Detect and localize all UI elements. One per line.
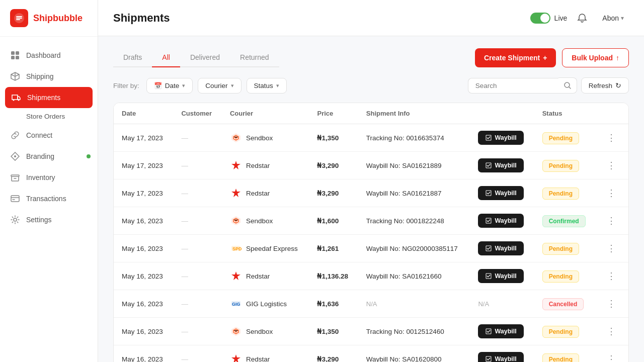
cell-status: Pending [534, 262, 596, 290]
svg-text:GIG: GIG [232, 302, 240, 307]
logo-area: Shipbubble [0, 0, 98, 37]
cell-price: ₦1,600 [309, 207, 358, 235]
courier-name: Sendbox [246, 217, 273, 225]
calendar-icon: 📅 [154, 82, 162, 89]
sidebar-item-shipments[interactable]: Shipments [5, 87, 93, 108]
more-options-button[interactable]: ⋮ [604, 296, 619, 311]
more-options-button[interactable]: ⋮ [604, 241, 619, 256]
sidebar-item-connect[interactable]: Connect [0, 125, 98, 146]
waybill-button[interactable]: Waybill [478, 324, 523, 338]
sidebar-item-inventory[interactable]: Inventory [0, 167, 98, 188]
cell-status: Pending [534, 124, 596, 152]
filter-row: Filter by: 📅 Date ▾ Courier ▾ Status ▾ [113, 77, 629, 94]
more-options-button[interactable]: ⋮ [604, 351, 619, 362]
cell-shipment-info: Waybill No: SA01621889 [358, 152, 470, 179]
branding-dot [87, 154, 91, 158]
cell-price: ₦3,290 [309, 179, 358, 207]
col-price: Price [309, 103, 358, 124]
cell-customer: — [173, 124, 221, 152]
cell-more: ⋮ [596, 262, 628, 290]
search-box: Refresh ↻ [468, 77, 629, 94]
cell-shipment-info: Tracking No: 0001822248 [358, 207, 470, 235]
sidebar-item-shipping[interactable]: Shipping [0, 66, 98, 87]
user-label: Abon [602, 14, 619, 22]
courier-filter-button[interactable]: Courier ▾ [198, 78, 241, 94]
cell-courier: Redstar [222, 345, 309, 363]
waybill-button[interactable]: Waybill [478, 241, 523, 255]
cell-courier: Sendbox [222, 318, 309, 345]
user-menu[interactable]: Abon ▾ [597, 11, 629, 25]
status-filter-button[interactable]: Status ▾ [247, 78, 287, 94]
courier-logo [230, 187, 242, 199]
create-shipment-button[interactable]: Create Shipment + [475, 48, 556, 67]
cell-date: May 17, 2023 [114, 124, 173, 152]
search-icon-button[interactable] [558, 77, 577, 94]
cell-shipment-info: Waybill No: SA01620800 [358, 345, 470, 363]
courier-logo [230, 159, 242, 171]
courier-logo: SPD [230, 242, 242, 254]
grid-icon [10, 50, 20, 60]
sidebar-item-dashboard[interactable]: Dashboard [0, 45, 98, 66]
status-badge: Pending [542, 353, 579, 363]
courier-logo [230, 215, 242, 227]
sidebar-item-transactions[interactable]: Transactions [0, 188, 98, 209]
cell-date: May 17, 2023 [114, 152, 173, 179]
waybill-button[interactable]: Waybill [478, 214, 523, 228]
courier-name: Redstar [246, 273, 270, 280]
live-toggle[interactable]: Live [530, 13, 568, 24]
waybill-button[interactable]: Waybill [478, 269, 523, 283]
cell-more: ⋮ [596, 207, 628, 235]
cell-price: ₦1,136.28 [309, 262, 358, 290]
tab-returned[interactable]: Returned [230, 48, 279, 67]
tab-delivered[interactable]: Delivered [180, 48, 230, 67]
shipment-info-text: Tracking No: 0012512460 [366, 328, 444, 335]
shipment-info-text: Tracking No: 0001822248 [366, 217, 444, 225]
courier-logo [230, 132, 242, 144]
more-options-button[interactable]: ⋮ [604, 158, 619, 173]
waybill-button[interactable]: Waybill [478, 131, 523, 145]
more-options-button[interactable]: ⋮ [604, 130, 619, 145]
cell-date: May 16, 2023 [114, 345, 173, 363]
date-filter-button[interactable]: 📅 Date ▾ [146, 78, 193, 94]
cell-price: ₦3,290 [309, 152, 358, 179]
courier-filter-label: Courier [205, 82, 227, 89]
tab-all[interactable]: All [152, 48, 180, 67]
sidebar-label-inventory: Inventory [26, 173, 55, 182]
header-right: Live Abon ▾ [530, 11, 629, 25]
notification-bell-icon[interactable] [575, 11, 589, 25]
chevron-down-icon: ▾ [621, 15, 624, 22]
live-switch[interactable] [530, 13, 550, 24]
refresh-button[interactable]: Refresh ↻ [581, 77, 629, 94]
waybill-button[interactable]: Waybill [478, 158, 523, 172]
col-status: Status [534, 103, 596, 124]
chevron-down-icon: ▾ [182, 82, 185, 89]
cell-waybill-action: Waybill [470, 235, 534, 262]
more-options-button[interactable]: ⋮ [604, 268, 619, 284]
svg-marker-13 [231, 161, 240, 169]
content-area: Drafts All Delivered Returned Create Shi… [98, 36, 644, 362]
cell-date: May 16, 2023 [114, 318, 173, 345]
table-row: May 16, 2023 — Redstar ₦3,290 Waybill No… [114, 345, 628, 363]
search-input[interactable] [468, 78, 558, 94]
tabs-actions: Create Shipment + Bulk Upload ↑ [475, 48, 629, 67]
cell-price: ₦1,350 [309, 318, 358, 345]
cell-date: May 16, 2023 [114, 207, 173, 235]
waybill-button[interactable]: Waybill [478, 186, 523, 200]
more-options-button[interactable]: ⋮ [604, 213, 619, 228]
shipment-info-text: Tracking No: 0016635374 [366, 134, 444, 142]
cell-customer: — [173, 235, 221, 262]
more-options-button[interactable]: ⋮ [604, 324, 619, 339]
tabs-row: Drafts All Delivered Returned Create Shi… [113, 48, 629, 67]
sidebar-item-settings[interactable]: Settings [0, 209, 98, 230]
bulk-upload-button[interactable]: Bulk Upload ↑ [562, 48, 629, 67]
sidebar-item-store-orders[interactable]: Store Orders [0, 108, 98, 125]
cell-customer: — [173, 179, 221, 207]
waybill-button[interactable]: Waybill [478, 352, 523, 362]
tab-drafts[interactable]: Drafts [113, 48, 152, 67]
courier-name: Sendbox [246, 134, 273, 142]
cell-more: ⋮ [596, 318, 628, 345]
cell-more: ⋮ [596, 152, 628, 179]
sidebar-item-branding[interactable]: Branding [0, 146, 98, 167]
more-options-button[interactable]: ⋮ [604, 186, 619, 201]
sidebar-label-settings: Settings [26, 216, 52, 224]
